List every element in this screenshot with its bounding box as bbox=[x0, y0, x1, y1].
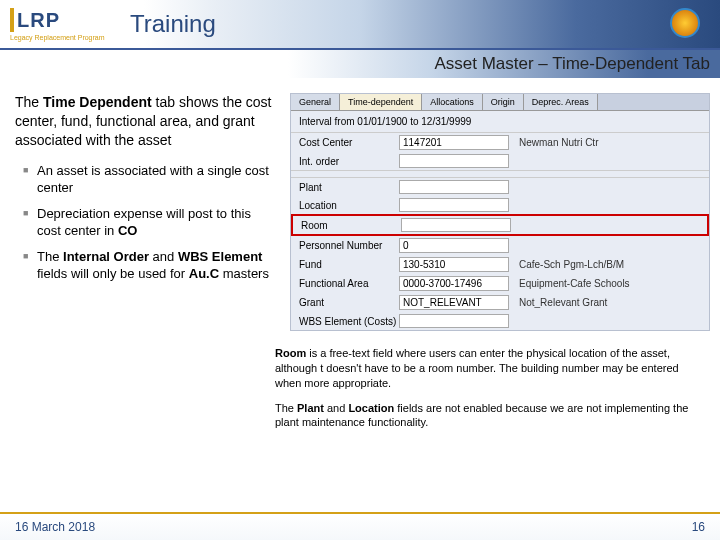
room-input[interactable] bbox=[401, 218, 511, 232]
field-functional-area: Functional Area 0000-3700-17496 Equipmen… bbox=[291, 274, 709, 293]
functional-area-input[interactable]: 0000-3700-17496 bbox=[399, 276, 509, 291]
notes-area: Room is a free-text field where users ca… bbox=[275, 346, 720, 430]
field-location: Location bbox=[291, 196, 709, 214]
footer-page: 16 bbox=[692, 520, 705, 534]
field-cost-center: Cost Center 1147201 Newman Nutri Ctr bbox=[291, 133, 709, 152]
slide-header: LRP Legacy Replacement Program Training bbox=[0, 0, 720, 50]
field-grant: Grant NOT_RELEVANT Not_Relevant Grant bbox=[291, 293, 709, 312]
tab-time-dependent[interactable]: Time-dependent bbox=[340, 94, 422, 110]
cost-center-input[interactable]: 1147201 bbox=[399, 135, 509, 150]
tab-deprec-areas[interactable]: Deprec. Areas bbox=[524, 94, 598, 110]
personnel-input[interactable]: 0 bbox=[399, 238, 509, 253]
field-fund: Fund 130-5310 Cafe-Sch Pgm-Lch/B/M bbox=[291, 255, 709, 274]
left-column: The Time Dependent tab shows the cost ce… bbox=[15, 93, 275, 331]
int-order-input[interactable] bbox=[399, 154, 509, 168]
bullet-list: An asset is associated with a single cos… bbox=[15, 162, 275, 283]
tab-origin[interactable]: Origin bbox=[483, 94, 524, 110]
note-room: Room is a free-text field where users ca… bbox=[275, 346, 705, 391]
note-plant-location: The Plant and Location fields are not en… bbox=[275, 401, 705, 431]
bullet-item: An asset is associated with a single cos… bbox=[23, 162, 275, 197]
location-input[interactable] bbox=[399, 198, 509, 212]
plant-input[interactable] bbox=[399, 180, 509, 194]
field-room: Room bbox=[291, 214, 709, 236]
field-wbs-element: WBS Element (Costs) bbox=[291, 312, 709, 330]
field-personnel-number: Personnel Number 0 bbox=[291, 236, 709, 255]
bullet-item: Depreciation expense will post to this c… bbox=[23, 205, 275, 240]
field-plant: Plant bbox=[291, 178, 709, 196]
slide-footer: 16 March 2018 16 bbox=[0, 512, 720, 540]
sap-screenshot: General Time-dependent Allocations Origi… bbox=[290, 93, 710, 331]
badge-icon bbox=[670, 8, 700, 38]
grant-input[interactable]: NOT_RELEVANT bbox=[399, 295, 509, 310]
fund-input[interactable]: 130-5310 bbox=[399, 257, 509, 272]
header-title: Training bbox=[130, 10, 216, 38]
tab-allocations[interactable]: Allocations bbox=[422, 94, 483, 110]
logo-text: LRP bbox=[17, 9, 60, 32]
slide-subtitle: Asset Master – Time-Dependent Tab bbox=[434, 54, 710, 74]
field-int-order: Int. order bbox=[291, 152, 709, 170]
wbs-input[interactable] bbox=[399, 314, 509, 328]
tab-general[interactable]: General bbox=[291, 94, 340, 110]
footer-date: 16 March 2018 bbox=[15, 520, 95, 534]
subtitle-bar: Asset Master – Time-Dependent Tab bbox=[0, 50, 720, 78]
bullet-item: The Internal Order and WBS Element field… bbox=[23, 248, 275, 283]
logo: LRP bbox=[10, 8, 60, 32]
sap-tabstrip: General Time-dependent Allocations Origi… bbox=[291, 94, 709, 111]
intro-text: The Time Dependent tab shows the cost ce… bbox=[15, 93, 275, 150]
interval-label: Interval from 01/01/1900 to 12/31/9999 bbox=[291, 111, 709, 133]
logo-subtitle: Legacy Replacement Program bbox=[10, 34, 105, 41]
